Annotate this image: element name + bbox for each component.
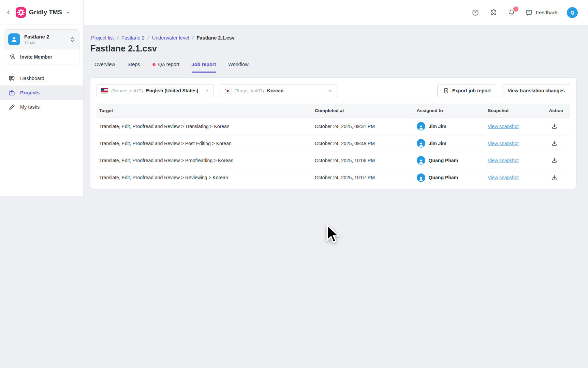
assignee: Jim Jim	[417, 139, 446, 148]
notifications-button[interactable]: 1	[507, 8, 516, 17]
assignee: Jim Jim	[417, 122, 446, 131]
feedback-button[interactable]: Feedback	[525, 9, 558, 16]
tab-bar: Overview Steps QA report Job report Work…	[94, 62, 576, 73]
target-language-value: Korean	[267, 88, 283, 93]
download-button[interactable]	[549, 155, 560, 166]
breadcrumb-separator: /	[192, 35, 194, 41]
gridly-logo-icon	[16, 7, 26, 18]
dashboard-icon	[8, 75, 15, 82]
download-button[interactable]	[549, 121, 560, 132]
page-content: Project list / Fastlane 2 / Underwater l…	[84, 25, 588, 189]
app-window: Gridly TMS Fastlane 2 TEAM	[0, 0, 588, 368]
team-switch-chevrons-icon[interactable]	[70, 36, 75, 43]
target-cell: Translate, Edit, Proofread and Review > …	[97, 175, 312, 180]
topbar: 1 Feedback Q	[84, 0, 588, 25]
completed-at-cell: October 24, 2025, 09:31 PM	[312, 124, 414, 129]
us-flag-icon	[101, 88, 108, 93]
team-avatar	[8, 33, 20, 45]
briefcase-icon	[8, 89, 15, 96]
export-job-report-button[interactable]: Export job report	[437, 84, 497, 97]
team-name: Fastlane 2	[24, 34, 66, 40]
assignee-avatar	[417, 156, 425, 165]
sidebar-item-label: My tasks	[20, 104, 40, 110]
header-completed-at: Completed at	[312, 108, 414, 113]
target-cell: Translate, Edit, Proofread and Review > …	[97, 158, 312, 163]
view-snapshot-link[interactable]: View snapshot	[488, 175, 519, 180]
main-area: 1 Feedback Q Project list / Fastlane 2 /…	[84, 0, 588, 368]
target-language-select[interactable]: (Target_koKR) Korean	[220, 84, 337, 97]
completed-at-cell: October 24, 2025, 10:07 PM	[312, 175, 414, 180]
assignee-name: Quang Pham	[429, 158, 458, 163]
header-action: Action	[544, 108, 570, 113]
help-button[interactable]	[471, 8, 480, 17]
invite-member-button[interactable]: Invite Member	[4, 49, 79, 64]
download-button[interactable]	[549, 138, 560, 149]
assignee-name: Jim Jim	[429, 141, 446, 146]
sidebar-item-label: Dashboard	[20, 76, 44, 81]
table-row: Translate, Edit, Proofread and Review > …	[97, 152, 570, 169]
chevron-down-icon	[204, 88, 209, 93]
tab-label: Job report	[192, 62, 216, 67]
breadcrumb-current: Fastlane 2.1.csv	[197, 35, 235, 41]
korea-flag-icon	[224, 88, 231, 93]
table-row: Translate, Edit, Proofread and Review > …	[97, 118, 570, 135]
team-switcher[interactable]: Fastlane 2 TEAM	[4, 30, 79, 49]
source-language-value: English (United States)	[146, 88, 198, 93]
table-row: Translate, Edit, Proofread and Review > …	[97, 169, 570, 186]
feedback-bubble-icon	[525, 9, 533, 16]
addons-button[interactable]	[489, 8, 498, 17]
assignee: Quang Pham	[417, 156, 458, 165]
sidebar: Gridly TMS Fastlane 2 TEAM	[0, 0, 84, 368]
tab-job-report[interactable]: Job report	[192, 62, 216, 73]
tab-label: Steps	[127, 62, 140, 67]
breadcrumb-underwater-level[interactable]: Underwater level	[152, 35, 189, 41]
back-button[interactable]	[4, 8, 13, 17]
export-icon	[443, 88, 449, 94]
assignee-avatar	[417, 139, 425, 148]
user-avatar[interactable]: Q	[567, 7, 578, 18]
app-menu-chevron-icon[interactable]	[65, 10, 71, 15]
sidebar-item-projects[interactable]: Projects	[0, 86, 83, 100]
assignee: Quang Pham	[417, 173, 458, 182]
tab-steps[interactable]: Steps	[127, 62, 140, 73]
source-language-select[interactable]: (Source_enUS) English (United States)	[97, 84, 214, 97]
view-snapshot-link[interactable]: View snapshot	[488, 141, 519, 146]
tab-qa-report[interactable]: QA report	[152, 62, 179, 73]
sidebar-header: Gridly TMS	[0, 0, 83, 25]
sidebar-item-label: Projects	[20, 90, 40, 95]
page-title: Fastlane 2.1.csv	[90, 44, 576, 53]
tab-workflow[interactable]: Workflow	[228, 62, 248, 73]
help-icon	[472, 9, 479, 16]
target-cell: Translate, Edit, Proofread and Review > …	[97, 124, 312, 129]
filter-actions: Export job report View translation chang…	[437, 84, 570, 97]
team-card: Fastlane 2 TEAM Invite Member	[4, 29, 79, 64]
breadcrumb: Project list / Fastlane 2 / Underwater l…	[91, 35, 576, 41]
sidebar-item-dashboard[interactable]: Dashboard	[0, 71, 83, 86]
assignee-name: Jim Jim	[429, 124, 446, 129]
puzzle-icon	[490, 9, 498, 16]
feedback-label: Feedback	[536, 10, 558, 15]
export-job-report-label: Export job report	[452, 88, 491, 93]
team-type-label: TEAM	[24, 41, 66, 45]
sidebar-menu: Dashboard Projects My tasks	[0, 71, 83, 114]
view-snapshot-link[interactable]: View snapshot	[488, 124, 519, 129]
completed-at-cell: October 24, 2025, 10:06 PM	[312, 158, 414, 163]
download-icon	[551, 123, 558, 129]
tab-overview[interactable]: Overview	[94, 62, 115, 73]
view-translation-changes-button[interactable]: View translation changes	[502, 84, 570, 97]
source-language-tag: (Source_enUS)	[111, 88, 143, 93]
sidebar-item-my-tasks[interactable]: My tasks	[0, 100, 83, 114]
view-snapshot-link[interactable]: View snapshot	[488, 158, 519, 163]
download-button[interactable]	[549, 172, 560, 183]
filter-row: (Source_enUS) English (United States) (T…	[97, 84, 570, 97]
breadcrumb-fastlane-2[interactable]: Fastlane 2	[121, 35, 145, 41]
breadcrumb-separator: /	[147, 35, 149, 41]
qa-alert-dot-icon	[152, 63, 156, 66]
breadcrumb-project-list[interactable]: Project list	[91, 35, 114, 41]
download-icon	[551, 157, 558, 164]
completed-at-cell: October 24, 2025, 09:48 PM	[312, 141, 414, 146]
person-plus-icon	[9, 53, 16, 60]
download-icon	[551, 174, 558, 181]
target-language-tag: (Target_koKR)	[234, 88, 264, 93]
team-meta: Fastlane 2 TEAM	[24, 34, 66, 45]
